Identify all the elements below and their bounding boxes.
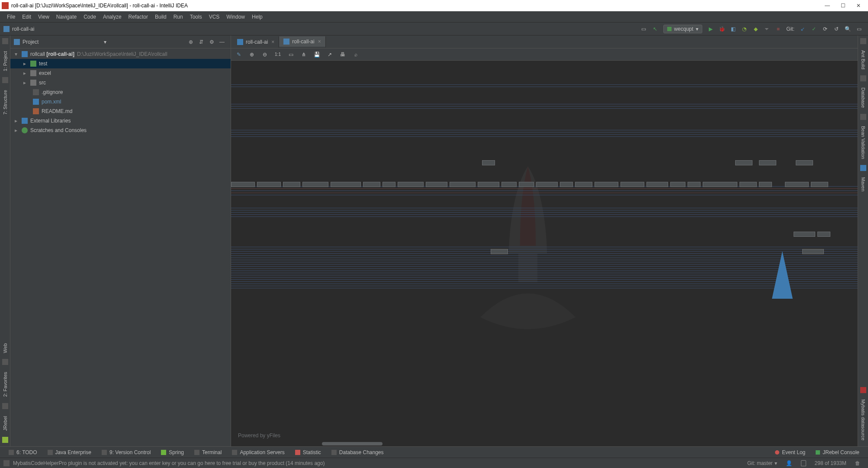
actual-size-button[interactable]: 1:1: [273, 50, 282, 59]
tree-item-external-libraries[interactable]: ▸ External Libraries: [10, 116, 231, 126]
right-tab-mybatis[interactable]: Mybatis datasource: [860, 396, 867, 444]
diagram-node[interactable]: [331, 182, 361, 187]
menu-refactor[interactable]: Refactor: [125, 14, 151, 20]
tree-item-gitignore[interactable]: .gitignore: [10, 87, 231, 97]
minimize-button[interactable]: —: [820, 1, 835, 10]
expand-arrow-icon[interactable]: ▸: [13, 118, 19, 124]
trash-icon[interactable]: 🗑: [851, 460, 865, 466]
jrebel-run-button[interactable]: ◆: [751, 24, 760, 34]
print-icon[interactable]: 🖶: [338, 50, 347, 59]
hide-button[interactable]: —: [218, 38, 226, 46]
diagram-node[interactable]: [595, 182, 618, 187]
expand-arrow-icon[interactable]: ▸: [22, 61, 28, 67]
bottom-tab-version-control[interactable]: 9: Version Control: [96, 447, 156, 458]
diagram-node[interactable]: [231, 182, 255, 187]
diagram-node[interactable]: [491, 249, 508, 254]
run-button[interactable]: ▶: [706, 24, 715, 34]
run-configuration-select[interactable]: wecqupt ▾: [663, 25, 703, 33]
profile-button[interactable]: ◔: [739, 24, 749, 34]
find-icon[interactable]: ⌕: [351, 50, 360, 59]
bottom-tab-spring[interactable]: Spring: [156, 447, 189, 458]
structure-icon[interactable]: [2, 77, 8, 83]
diagram-node[interactable]: [620, 182, 644, 187]
git-commit-button[interactable]: ✓: [809, 24, 819, 34]
collapse-button[interactable]: ⇵: [197, 38, 206, 46]
chevron-down-icon[interactable]: ▾: [104, 39, 106, 45]
layout-settings-icon[interactable]: ▭: [639, 24, 649, 34]
bottom-tab-todo[interactable]: 6: TODO: [3, 447, 42, 458]
diagram-node[interactable]: [646, 182, 668, 187]
left-tab-jrebel[interactable]: JRebel: [2, 413, 9, 434]
diagram-node[interactable]: [794, 232, 815, 237]
bottom-tab-db-changes[interactable]: Database Changes: [326, 447, 389, 458]
diagram-node[interactable]: [302, 182, 328, 187]
back-arrow-icon[interactable]: ↖: [650, 24, 660, 34]
menu-run[interactable]: Run: [170, 14, 186, 20]
tree-item-excel[interactable]: ▸ excel: [10, 68, 231, 78]
diagram-node[interactable]: [383, 182, 395, 187]
diagram-node[interactable]: [703, 182, 737, 187]
right-tab-ant[interactable]: Ant Build: [860, 47, 867, 73]
bottom-tab-app-servers[interactable]: Application Servers: [227, 447, 289, 458]
bottom-tab-event-log[interactable]: Event Log: [770, 447, 810, 458]
left-tab-structure[interactable]: 7: Structure: [2, 87, 9, 118]
tree-item-src[interactable]: ▸ src: [10, 78, 231, 87]
zoom-in-button[interactable]: ⊕: [248, 50, 256, 59]
bottom-tab-terminal[interactable]: Terminal: [189, 447, 227, 458]
diagram-node[interactable]: [398, 182, 424, 187]
menu-build[interactable]: Build: [151, 14, 170, 20]
zoom-out-button[interactable]: ⊖: [260, 50, 269, 59]
diagram-node[interactable]: [363, 182, 380, 187]
diagram-node[interactable]: [735, 160, 752, 165]
fit-content-button[interactable]: ▭: [286, 50, 295, 59]
diagram-node[interactable]: [688, 182, 701, 187]
diagram-node[interactable]: [482, 160, 495, 165]
left-tab-favorites[interactable]: 2: Favorites: [2, 368, 9, 400]
menu-navigate[interactable]: Navigate: [53, 14, 80, 20]
tree-item-readme[interactable]: README.md: [10, 107, 231, 116]
diagram-node[interactable]: [575, 182, 592, 187]
diagram-node[interactable]: [739, 182, 757, 187]
hector-icon[interactable]: 👤: [781, 460, 797, 466]
diagram-cursor[interactable]: [772, 251, 793, 299]
mybatis-icon[interactable]: [860, 387, 866, 393]
close-tab-icon[interactable]: ×: [271, 39, 274, 45]
bottom-tab-jrebel-console[interactable]: JRebel Console: [810, 447, 865, 458]
share-icon[interactable]: ⋔: [299, 50, 308, 59]
menu-analyze[interactable]: Analyze: [100, 14, 125, 20]
editor-tab-diagram[interactable]: roll-call-ai ×: [279, 36, 325, 48]
export-icon[interactable]: ↗: [325, 50, 334, 59]
diagram-node[interactable]: [426, 182, 447, 187]
tree-item-scratches[interactable]: ▸ Scratches and Consoles: [10, 126, 231, 135]
diagram-node[interactable]: [785, 182, 809, 187]
git-branch-widget[interactable]: Git: master▾: [743, 460, 781, 466]
diagram-node[interactable]: [802, 249, 824, 254]
status-message[interactable]: MybatisCodeHelperPro plugin is not activ…: [13, 460, 743, 466]
magic-wand-icon[interactable]: ✎: [235, 50, 243, 59]
settings-icon[interactable]: ⚙: [207, 38, 216, 46]
diagram-node[interactable]: [257, 182, 281, 187]
tree-item-test[interactable]: ▸ test: [10, 59, 231, 68]
diagram-node[interactable]: [478, 182, 499, 187]
close-button[interactable]: ✕: [851, 1, 866, 10]
right-tab-maven[interactable]: Maven: [860, 174, 867, 195]
tree-item-pom[interactable]: pom.xml: [10, 97, 231, 107]
diagram-node[interactable]: [796, 160, 813, 165]
jrebel-icon[interactable]: [2, 437, 8, 443]
menu-help[interactable]: Help: [248, 14, 266, 20]
diagram-node[interactable]: [759, 160, 776, 165]
horizontal-scrollbar[interactable]: [322, 442, 383, 445]
diagram-node[interactable]: [817, 232, 830, 237]
diagram-node[interactable]: [670, 182, 685, 187]
editor-tab-pom[interactable]: roll-call-ai ×: [233, 36, 279, 48]
diagram-node[interactable]: [560, 182, 573, 187]
menu-tools[interactable]: Tools: [186, 14, 206, 20]
tree-root[interactable]: ▾ rollcall [roll-call-ai] D:\Juzi\WorkSp…: [10, 49, 231, 59]
diagram-node[interactable]: [450, 182, 476, 187]
project-view-title[interactable]: Project: [23, 39, 102, 45]
debug-button[interactable]: 🐞: [717, 24, 727, 34]
web-icon[interactable]: [2, 359, 8, 365]
star-icon[interactable]: [2, 403, 8, 409]
menu-vcs[interactable]: VCS: [206, 14, 223, 20]
menu-code[interactable]: Code: [80, 14, 100, 20]
